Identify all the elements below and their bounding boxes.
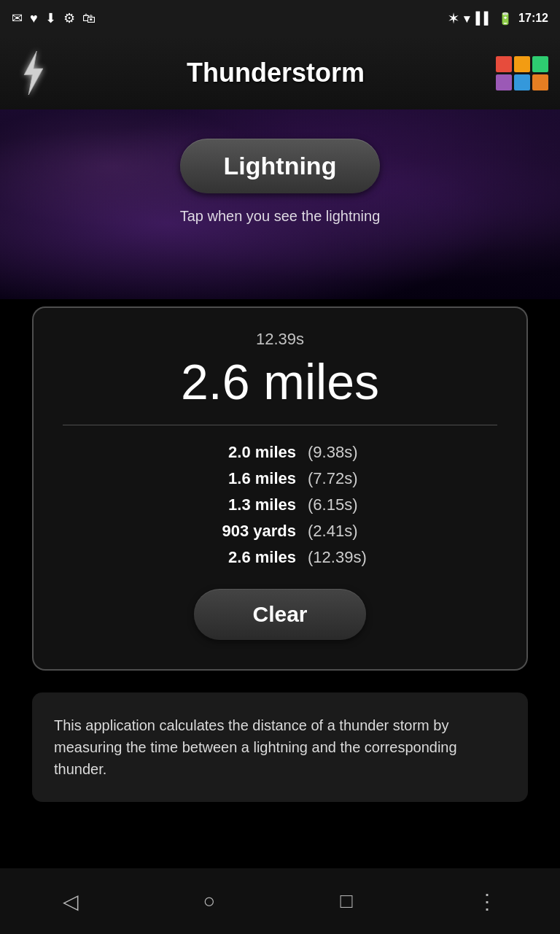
status-bar: ✉ ♥ ⬇ ⚙ 🛍 ✶ ▾ ▌▌ 🔋 17:12 xyxy=(0,0,560,36)
history-distance-2: 1.6 miles xyxy=(179,469,296,488)
color-cell-2 xyxy=(514,56,530,72)
clear-button[interactable]: Clear xyxy=(194,589,365,640)
history-distance-1: 2.0 miles xyxy=(179,443,296,462)
recent-button[interactable]: □ xyxy=(319,882,375,920)
current-distance: 2.6 miles xyxy=(181,353,379,410)
history-time-3: (6.15s) xyxy=(308,495,381,514)
shopping-icon: 🛍 xyxy=(82,11,96,26)
back-button[interactable]: ◁ xyxy=(41,882,101,921)
clock: 17:12 xyxy=(518,12,548,25)
android-icon: ⚙ xyxy=(63,10,75,26)
heart-icon: ♥ xyxy=(30,11,38,26)
history-distance-3: 1.3 miles xyxy=(179,495,296,514)
history-time-2: (7.72s) xyxy=(308,469,381,488)
current-time-label: 12.39s xyxy=(256,330,304,349)
divider xyxy=(63,425,497,425)
color-cell-5 xyxy=(514,74,530,90)
history-list: 2.0 miles (9.38s) 1.6 miles (7.72s) 1.3 … xyxy=(63,443,497,567)
history-time-4: (2.41s) xyxy=(308,522,381,541)
app-bar: Thunderstorm xyxy=(0,36,560,109)
color-cell-6 xyxy=(532,74,548,90)
info-card: This application calculates the distance… xyxy=(32,692,528,802)
color-cell-3 xyxy=(532,56,548,72)
tap-instruction: Tap when you see the lightning xyxy=(180,208,381,225)
history-row-1: 2.0 miles (9.38s) xyxy=(63,443,497,462)
history-distance-4: 903 yards xyxy=(179,522,296,541)
data-card: 12.39s 2.6 miles 2.0 miles (9.38s) 1.6 m… xyxy=(32,306,528,671)
history-row-2: 1.6 miles (7.72s) xyxy=(63,469,497,488)
color-grid-icon[interactable] xyxy=(496,56,548,90)
history-distance-5: 2.6 miles xyxy=(179,548,296,567)
main-content: 12.39s 2.6 miles 2.0 miles (9.38s) 1.6 m… xyxy=(0,299,560,889)
signal-icon: ▌▌ xyxy=(475,12,492,25)
bluetooth-icon: ✶ xyxy=(448,12,458,26)
battery-icon: 🔋 xyxy=(498,12,513,26)
nav-bar: ◁ ○ □ ⋮ xyxy=(0,868,560,934)
history-row-3: 1.3 miles (6.15s) xyxy=(63,495,497,514)
home-button[interactable]: ○ xyxy=(182,882,238,920)
app-title: Thunderstorm xyxy=(55,58,496,88)
status-icons-left: ✉ ♥ ⬇ ⚙ 🛍 xyxy=(12,10,96,26)
color-cell-1 xyxy=(496,56,512,72)
lightning-app-icon xyxy=(12,47,55,99)
history-time-1: (9.38s) xyxy=(308,443,381,462)
history-time-5: (12.39s) xyxy=(308,548,381,567)
lightning-button[interactable]: Lightning xyxy=(180,139,381,193)
status-info-right: ✶ ▾ ▌▌ 🔋 17:12 xyxy=(448,12,548,26)
wifi-icon: ▾ xyxy=(464,12,470,26)
info-text: This application calculates the distance… xyxy=(54,714,506,780)
history-row-5: 2.6 miles (12.39s) xyxy=(63,548,497,567)
history-row-4: 903 yards (2.41s) xyxy=(63,522,497,541)
storm-background: Lightning Tap when you see the lightning xyxy=(0,109,560,299)
svg-marker-0 xyxy=(24,51,43,95)
gmail-icon: ✉ xyxy=(12,10,23,26)
more-button[interactable]: ⋮ xyxy=(455,882,519,921)
color-cell-4 xyxy=(496,74,512,90)
download-icon: ⬇ xyxy=(45,10,56,26)
